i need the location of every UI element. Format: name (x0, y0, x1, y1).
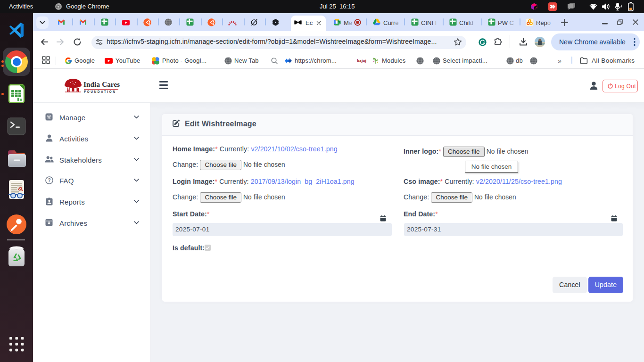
svg-text:?: ? (48, 178, 50, 183)
